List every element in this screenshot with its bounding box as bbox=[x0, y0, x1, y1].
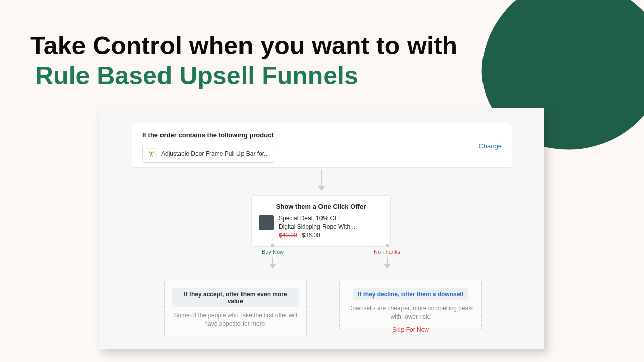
result-accept-heading: If they accept, offer them even more val… bbox=[172, 288, 299, 307]
trigger-title: If the order contains the following prod… bbox=[142, 131, 502, 139]
branch-label-buy: Buy Now bbox=[262, 249, 284, 255]
result-card-accept[interactable]: If they accept, offer them even more val… bbox=[164, 281, 307, 336]
branch-arrow-buy: Buy Now bbox=[262, 244, 284, 269]
headline-line2: Rule Based Upsell Funnels bbox=[35, 62, 493, 91]
offer-product: Digital Skipping Rope With ... bbox=[279, 223, 357, 231]
funnel-panel: If the order contains the following prod… bbox=[99, 108, 544, 349]
offer-details: Special Deal: 10% OFF Digital Skipping R… bbox=[279, 214, 357, 239]
branch-label-decline: No Thanks bbox=[374, 249, 400, 255]
result-decline-heading: If they decline, offer them a downsell bbox=[353, 288, 468, 300]
headline-line1: Take Control when you want to with bbox=[30, 32, 493, 60]
skip-link[interactable]: Skip For Now bbox=[339, 326, 482, 333]
product-thumb-icon: 🏋️ bbox=[146, 148, 157, 159]
arrow-down-icon bbox=[318, 170, 325, 191]
page-headline: Take Control when you want to with Rule … bbox=[30, 32, 493, 91]
change-link[interactable]: Change bbox=[478, 142, 502, 150]
offer-title: Show them a One Click Offer bbox=[259, 203, 383, 210]
result-accept-desc: Some of the people who take the first of… bbox=[172, 311, 299, 329]
result-card-decline[interactable]: If they decline, offer them a downsell D… bbox=[339, 281, 482, 329]
offer-price-original: $40.00 bbox=[279, 232, 297, 239]
trigger-card: If the order contains the following prod… bbox=[132, 123, 512, 168]
offer-card: Show them a One Click Offer Special Deal… bbox=[251, 195, 391, 247]
trigger-product-name: Adjustable Door Frame Pull Up Bar for... bbox=[161, 150, 269, 157]
trigger-product-chip[interactable]: 🏋️ Adjustable Door Frame Pull Up Bar for… bbox=[142, 145, 275, 163]
offer-deal: Special Deal: 10% OFF bbox=[279, 214, 357, 223]
branch-arrow-decline: No Thanks bbox=[374, 244, 400, 269]
offer-thumb-icon bbox=[259, 215, 274, 230]
offer-price-new: $36.00 bbox=[302, 232, 320, 239]
result-decline-desc: Downsells are cheaper, more compelling d… bbox=[347, 304, 474, 322]
